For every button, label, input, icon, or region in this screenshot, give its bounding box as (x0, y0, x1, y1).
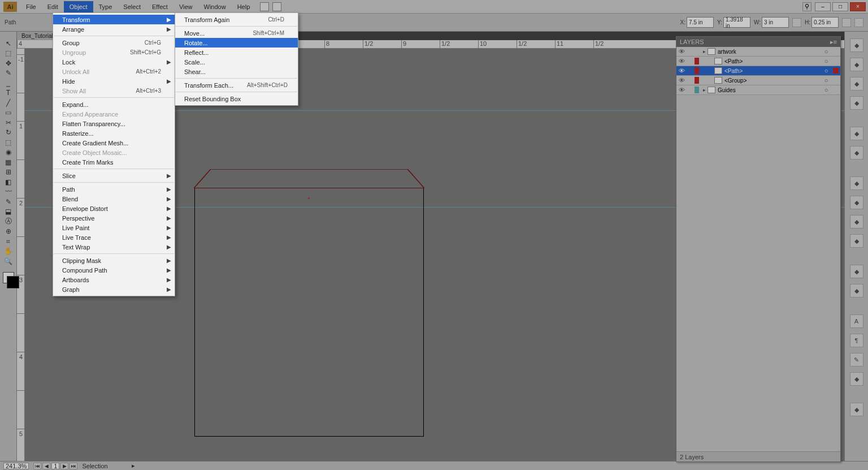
tool-button-18[interactable]: Ⓐ (2, 217, 15, 227)
window-minimize-button[interactable]: – (815, 2, 831, 11)
window-maximize-button[interactable]: □ (832, 2, 848, 11)
menu-file[interactable]: File (20, 1, 42, 12)
y-input[interactable]: 1.3918 in (723, 17, 750, 28)
tool-button-6[interactable]: ╱ (2, 98, 15, 108)
menu-item-transform[interactable]: Transform▶ (53, 15, 175, 24)
tool-button-22[interactable]: 🔍 (2, 256, 15, 266)
dock-button-5[interactable]: ◆ (850, 127, 863, 140)
menu-item-reset-bounding-box[interactable]: Reset Bounding Box (175, 94, 298, 104)
visibility-icon[interactable]: 👁 (676, 67, 687, 74)
dock-button-18[interactable]: ✎ (850, 353, 863, 366)
tool-button-0[interactable]: ↖ (2, 38, 15, 49)
menu-item-path[interactable]: Path▶ (53, 184, 175, 194)
dock-button-6[interactable]: ◆ (850, 146, 863, 159)
tool-button-16[interactable]: ✎ (2, 197, 15, 207)
document-tab[interactable]: Box_Tutorial (17, 32, 58, 40)
dock-button-16[interactable]: A (850, 314, 863, 328)
w-input[interactable]: 3 in (762, 17, 789, 28)
dock-button-9[interactable]: ◆ (850, 196, 863, 209)
menu-object[interactable]: Object (64, 1, 93, 12)
dock-button-2[interactable]: ◆ (850, 77, 863, 90)
layers-panel-header[interactable]: LAYERS ▸≡ (676, 37, 840, 47)
menu-item-scale-[interactable]: Scale... (175, 57, 298, 67)
layer-row[interactable]: 👁▸Guides○ (676, 85, 840, 95)
menu-item-move-[interactable]: Move...Shift+Ctrl+M (175, 28, 298, 38)
dock-button-11[interactable]: ◆ (850, 234, 863, 248)
lock-aspect-icon[interactable] (792, 18, 801, 27)
dock-button-14[interactable]: ◆ (850, 284, 863, 297)
tool-button-20[interactable]: ⌗ (2, 236, 15, 247)
menu-item-create-trim-marks[interactable]: Create Trim Marks (53, 157, 175, 167)
dock-button-19[interactable]: ◆ (850, 372, 863, 386)
menu-item-flatten-transparency-[interactable]: Flatten Transparency... (53, 119, 175, 128)
menu-item-live-trace[interactable]: Live Trace▶ (53, 232, 175, 242)
search-icon[interactable]: ⚲ (802, 2, 811, 11)
tool-button-13[interactable]: ⊞ (2, 167, 15, 178)
menu-item-shear-[interactable]: Shear... (175, 67, 298, 76)
tool-button-4[interactable]: ⎯ (2, 78, 15, 88)
dock-button-13[interactable]: ◆ (850, 265, 863, 278)
dock-button-21[interactable]: ◆ (850, 403, 863, 416)
menu-item-expand-[interactable]: Expand... (53, 100, 175, 109)
layer-row[interactable]: 👁▸artwork○ (676, 47, 840, 57)
menu-item-envelope-distort[interactable]: Envelope Distort▶ (53, 204, 175, 213)
tool-button-17[interactable]: ⬓ (2, 207, 15, 217)
visibility-icon[interactable]: 👁 (676, 77, 687, 84)
visibility-icon[interactable]: 👁 (676, 87, 687, 93)
tool-button-2[interactable]: ✥ (2, 58, 15, 68)
menu-item-live-paint[interactable]: Live Paint▶ (53, 223, 175, 232)
target-icon[interactable]: ○ (821, 87, 831, 93)
menu-item-text-wrap[interactable]: Text Wrap▶ (53, 242, 175, 252)
menu-item-blend[interactable]: Blend▶ (53, 194, 175, 204)
menu-item-group[interactable]: GroupCtrl+G (53, 38, 175, 48)
menu-view[interactable]: View (173, 1, 198, 12)
menu-item-slice[interactable]: Slice▶ (53, 171, 175, 180)
menu-item-clipping-mask[interactable]: Clipping Mask▶ (53, 256, 175, 265)
target-icon[interactable]: ○ (821, 58, 831, 64)
expand-icon[interactable]: ▸ (701, 49, 708, 54)
dock-button-8[interactable]: ◆ (850, 176, 863, 190)
tool-button-8[interactable]: ✂ (2, 118, 15, 128)
tool-button-7[interactable]: ▭ (2, 108, 15, 118)
menu-item-lock[interactable]: Lock▶ (53, 57, 175, 67)
tool-button-21[interactable]: ✋ (2, 247, 15, 257)
h-input[interactable]: 0.25 in (811, 17, 839, 28)
tool-button-19[interactable]: ⊕ (2, 227, 15, 237)
menu-item-transform-again[interactable]: Transform AgainCtrl+D (175, 15, 298, 24)
menu-item-graph[interactable]: Graph▶ (53, 284, 175, 294)
menu-edit[interactable]: Edit (42, 1, 64, 12)
menu-item-compound-path[interactable]: Compound Path▶ (53, 265, 175, 275)
menu-window[interactable]: Window (198, 1, 232, 12)
panel-menu-icon[interactable]: ▸≡ (830, 38, 837, 46)
menu-item-create-gradient-mesh-[interactable]: Create Gradient Mesh... (53, 138, 175, 148)
zoom-field[interactable]: 241.3% (3, 463, 29, 469)
dock-button-17[interactable]: ¶ (850, 334, 863, 347)
dock-button-0[interactable]: ◆ (850, 38, 863, 52)
visibility-icon[interactable]: 👁 (676, 48, 687, 55)
artboard-prev-button[interactable]: ◀ (42, 463, 50, 469)
layer-row[interactable]: 👁<Group>○ (676, 76, 840, 85)
x-input[interactable]: 7.5 in (687, 17, 714, 28)
artboard-first-button[interactable]: ⏮ (33, 463, 41, 469)
target-icon[interactable]: ○ (821, 77, 831, 84)
tool-button-5[interactable]: T (2, 88, 15, 98)
shear-icon[interactable] (842, 18, 851, 27)
menu-type[interactable]: Type (93, 1, 118, 12)
dock-button-3[interactable]: ◆ (850, 96, 863, 110)
menu-select[interactable]: Select (118, 1, 146, 12)
fill-stroke-swatch[interactable] (3, 272, 14, 283)
dock-button-10[interactable]: ◆ (850, 215, 863, 228)
menu-item-arrange[interactable]: Arrange▶ (53, 24, 175, 34)
dock-button-1[interactable]: ◆ (850, 58, 863, 71)
menu-item-rasterize-[interactable]: Rasterize... (53, 128, 175, 138)
doc-arrange-icon[interactable] (272, 2, 281, 11)
tool-button-15[interactable]: 〰 (2, 187, 15, 197)
menu-item-artboards[interactable]: Artboards▶ (53, 275, 175, 284)
tool-button-1[interactable]: ⬚ (2, 49, 15, 59)
artwork-box[interactable] (194, 188, 424, 437)
menu-item-hide[interactable]: Hide▶ (53, 76, 175, 86)
window-close-button[interactable]: × (850, 2, 866, 11)
menu-item-rotate-[interactable]: Rotate... (175, 38, 298, 48)
tool-button-11[interactable]: ◉ (2, 148, 15, 158)
doc-arrange-icon[interactable] (260, 2, 269, 11)
